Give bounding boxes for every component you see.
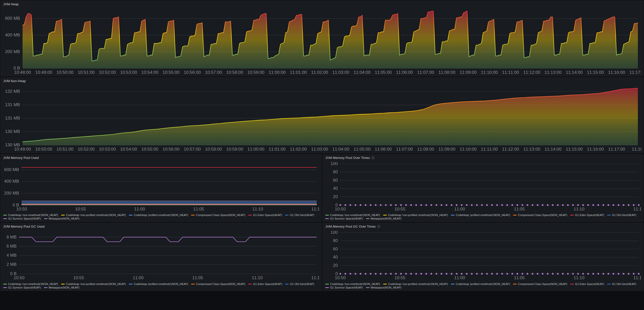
legend-item[interactable]: CodeHeap 'non-nmethods'(NON_HEAP) — [325, 282, 380, 285]
svg-point-229 — [395, 273, 397, 275]
svg-text:11:08:00: 11:08:00 — [439, 70, 455, 75]
info-icon[interactable] — [377, 225, 380, 228]
legend-item[interactable]: CodeHeap 'profiled nmethods'(NON_HEAP) — [129, 213, 188, 217]
svg-point-264 — [572, 273, 574, 275]
info-icon[interactable] — [371, 156, 375, 159]
nonheap-chart[interactable]: 130 MB130 MB131 MB131 MB132 MB10:49:0010… — [2, 85, 641, 152]
svg-text:11:00:00: 11:00:00 — [269, 70, 286, 75]
legend-item[interactable]: CodeHeap 'non-profiled nmethods'(NON_HEA… — [383, 213, 448, 217]
legend-swatch — [44, 287, 48, 288]
svg-point-138 — [425, 204, 427, 206]
svg-point-156 — [517, 204, 518, 206]
legend-item[interactable]: Compressed Class Space(NON_HEAP) — [191, 282, 245, 285]
pool-over-chart[interactable]: 02040608010010:5010:5511:0011:0511:1011:… — [324, 162, 641, 212]
panel-title[interactable]: JVM Memory Pool Used — [1, 154, 321, 161]
legend-item[interactable]: G1 Old Gen(HEAP) — [285, 282, 314, 285]
svg-point-252 — [512, 273, 513, 275]
svg-text:40: 40 — [333, 255, 338, 260]
gc-used-chart[interactable]: 0 B2 MB4 MB6 MB8 MB10:5010:5511:0011:051… — [2, 231, 319, 280]
legend-item[interactable]: Compressed Class Space(NON_HEAP) — [513, 213, 567, 217]
legend-item[interactable]: CodeHeap 'non-nmethods'(NON_HEAP) — [3, 282, 58, 285]
legend-item[interactable]: G1 Eden Space(HEAP) — [570, 282, 604, 285]
svg-text:20: 20 — [333, 263, 338, 268]
svg-point-233 — [415, 273, 417, 275]
svg-text:11:10: 11:10 — [574, 207, 585, 211]
svg-text:10:56:00: 10:56:00 — [163, 147, 179, 152]
legend-item[interactable]: G1 Eden Space(HEAP) — [248, 213, 282, 217]
legend-swatch — [248, 284, 252, 284]
legend-item[interactable]: G1 Old Gen(HEAP) — [607, 282, 636, 285]
legend-swatch — [3, 215, 7, 216]
svg-text:11:15: 11:15 — [311, 275, 319, 280]
legend-item[interactable]: CodeHeap 'non-profiled nmethods'(NON_HEA… — [383, 282, 448, 285]
svg-point-259 — [547, 273, 549, 275]
svg-point-199 — [379, 226, 379, 226]
heap-chart[interactable]: 0 B200 MB400 MB600 MB10:48:0010:49:0010:… — [2, 9, 641, 75]
svg-point-179 — [633, 204, 635, 206]
svg-text:11:06:00: 11:06:00 — [396, 70, 413, 75]
legend-item[interactable]: G1 Eden Space(HEAP) — [248, 282, 282, 285]
svg-text:10:55:00: 10:55:00 — [163, 70, 179, 75]
legend-item[interactable]: CodeHeap 'non-profiled nmethods'(NON_HEA… — [61, 213, 126, 217]
svg-text:11:00: 11:00 — [134, 207, 145, 211]
legend-item[interactable]: G1 Survivor Space(HEAP) — [325, 217, 363, 220]
legend-item[interactable]: CodeHeap 'non-profiled nmethods'(NON_HEA… — [61, 282, 126, 285]
svg-point-234 — [420, 273, 422, 275]
legend-item[interactable]: G1 Eden Space(HEAP) — [570, 213, 604, 217]
title-text: JVM Non-Heap — [3, 79, 26, 83]
panel-title[interactable]: JVM Memory Pool GC Over Times — [323, 223, 643, 230]
svg-text:11:00: 11:00 — [454, 207, 465, 211]
svg-point-256 — [532, 273, 534, 275]
svg-point-124 — [355, 204, 356, 206]
svg-text:11:10:00: 11:10:00 — [481, 70, 498, 75]
legend-item[interactable]: Compressed Class Space(NON_HEAP) — [191, 213, 245, 217]
legend-item[interactable]: G1 Old Gen(HEAP) — [285, 213, 314, 217]
legend-swatch — [383, 215, 387, 216]
legend-item[interactable]: Metaspace(NON_HEAP) — [366, 286, 402, 289]
svg-point-272 — [613, 273, 614, 275]
legend-label: Compressed Class Space(NON_HEAP) — [518, 282, 567, 285]
svg-text:10:50:00: 10:50:00 — [57, 70, 74, 75]
legend-item[interactable]: Metaspace(NON_HEAP) — [44, 286, 80, 289]
svg-point-219 — [344, 273, 346, 275]
svg-text:11:03:00: 11:03:00 — [332, 70, 349, 75]
svg-text:11:02:00: 11:02:00 — [311, 70, 328, 75]
panel-title[interactable]: JVM Memory Pool Over Times — [323, 154, 643, 161]
pool-used-chart[interactable]: 0 B200 MB400 MB600 MB10:5010:5511:0011:0… — [2, 162, 319, 212]
legend-swatch — [513, 284, 517, 284]
legend-item[interactable]: G1 Old Gen(HEAP) — [607, 213, 636, 217]
svg-text:80: 80 — [333, 238, 338, 243]
legend-label: CodeHeap 'profiled nmethods'(NON_HEAP) — [456, 282, 510, 285]
svg-point-168 — [577, 204, 579, 206]
legend-item[interactable]: CodeHeap 'profiled nmethods'(NON_HEAP) — [451, 282, 510, 285]
legend-swatch — [570, 284, 574, 284]
svg-point-139 — [430, 204, 432, 206]
svg-point-152 — [496, 204, 498, 206]
svg-point-121 — [339, 204, 341, 206]
legend-item[interactable]: G1 Survivor Space(HEAP) — [325, 286, 363, 289]
svg-point-231 — [405, 273, 407, 275]
legend-label: G1 Survivor Space(HEAP) — [8, 217, 41, 220]
panel-title[interactable]: JVM Memory Pool GC Used — [1, 223, 321, 230]
svg-point-240 — [451, 273, 452, 275]
panel-title[interactable]: JVM Non-Heap — [1, 78, 643, 84]
legend-item[interactable]: Metaspace(NON_HEAP) — [44, 217, 80, 220]
legend-swatch — [44, 218, 48, 219]
panel-title[interactable]: JVM Heap — [1, 1, 643, 8]
legend-label: G1 Eden Space(HEAP) — [253, 213, 282, 217]
legend-item[interactable]: Metaspace(NON_HEAP) — [366, 217, 402, 220]
svg-text:10:59:00: 10:59:00 — [226, 147, 243, 152]
legend-item[interactable]: G1 Survivor Space(HEAP) — [3, 217, 41, 220]
svg-text:4 MB: 4 MB — [7, 253, 17, 258]
legend-item[interactable]: CodeHeap 'profiled nmethods'(NON_HEAP) — [451, 213, 510, 217]
svg-text:11:00: 11:00 — [454, 275, 465, 280]
gc-over-chart[interactable]: 02040608010010:5010:5511:0011:0511:1011:… — [324, 231, 641, 280]
legend-item[interactable]: CodeHeap 'profiled nmethods'(NON_HEAP) — [129, 282, 188, 285]
legend-item[interactable]: CodeHeap 'non-nmethods'(NON_HEAP) — [325, 213, 380, 217]
legend-item[interactable]: Compressed Class Space(NON_HEAP) — [513, 282, 567, 285]
svg-point-154 — [507, 204, 508, 206]
svg-point-265 — [577, 273, 579, 275]
svg-text:11:12:00: 11:12:00 — [502, 147, 519, 152]
legend-item[interactable]: G1 Survivor Space(HEAP) — [3, 286, 41, 289]
legend-item[interactable]: CodeHeap 'non-nmethods'(NON_HEAP) — [3, 213, 58, 217]
